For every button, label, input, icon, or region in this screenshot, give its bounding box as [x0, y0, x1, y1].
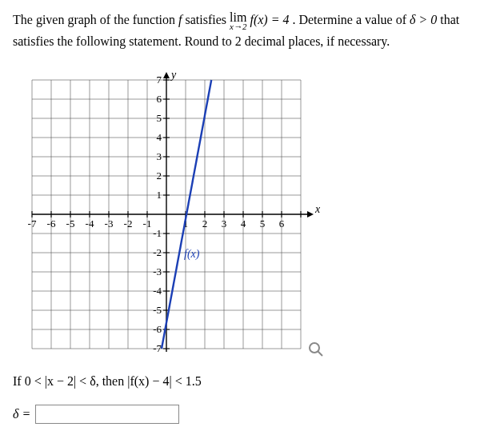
svg-text:2: 2 — [202, 218, 208, 229]
delta-input[interactable] — [35, 405, 179, 424]
svg-text:-7: -7 — [28, 218, 37, 229]
svg-marker-59 — [307, 211, 314, 218]
svg-text:2: 2 — [157, 170, 162, 182]
svg-text:-6: -6 — [153, 323, 162, 335]
magnify-icon[interactable] — [310, 343, 322, 356]
text: . Determine a value of — [292, 13, 410, 26]
svg-text:-4: -4 — [86, 218, 94, 229]
svg-text:-2: -2 — [124, 218, 133, 229]
svg-text:-1: -1 — [153, 227, 162, 239]
svg-text:1: 1 — [157, 189, 162, 201]
svg-text:-6: -6 — [47, 218, 56, 229]
lim-sub: x→2 — [230, 22, 246, 31]
y-axis-label: y — [170, 70, 177, 81]
statement-text: If 0 < |x − 2| < δ, then |f(x) − 4| < — [13, 374, 186, 388]
svg-marker-58 — [163, 72, 170, 78]
svg-text:-1: -1 — [143, 218, 152, 229]
svg-text:-2: -2 — [153, 246, 162, 258]
svg-text:5: 5 — [157, 112, 162, 124]
problem-statement: The given graph of the function f satisf… — [13, 10, 491, 51]
svg-line-88 — [318, 351, 322, 356]
svg-text:3: 3 — [157, 150, 162, 162]
delta-label: δ = — [13, 407, 30, 421]
svg-text:5: 5 — [260, 218, 266, 229]
svg-text:4: 4 — [241, 218, 246, 229]
delta-expr: δ > 0 — [410, 13, 437, 26]
svg-text:4: 4 — [157, 131, 162, 143]
svg-text:6: 6 — [157, 93, 162, 105]
answer-row: δ = — [13, 405, 491, 424]
lim-body: f(x) = 4 — [250, 13, 289, 26]
text: satisfies — [186, 13, 230, 26]
epsilon-value: 1.5 — [186, 374, 202, 388]
graph: x y -7 -6 -5 -4 -3 -2 -1 1 2 3 4 5 6 7 6… — [13, 70, 491, 358]
limit-expression: lim x→2 — [230, 11, 246, 31]
svg-text:-4: -4 — [153, 285, 162, 297]
svg-text:-3: -3 — [105, 218, 114, 229]
svg-text:-7: -7 — [153, 342, 162, 354]
text: The given graph of the function — [13, 13, 178, 26]
fn-symbol: f — [178, 13, 182, 26]
svg-text:-5: -5 — [153, 304, 162, 316]
chart-svg: x y -7 -6 -5 -4 -3 -2 -1 1 2 3 4 5 6 7 6… — [13, 70, 333, 358]
epsilon-delta-statement: If 0 < |x − 2| < δ, then |f(x) − 4| < 1.… — [13, 374, 491, 389]
svg-text:6: 6 — [279, 218, 285, 229]
svg-text:-3: -3 — [153, 265, 162, 277]
svg-text:3: 3 — [222, 218, 227, 229]
series-label: f(x) — [184, 248, 200, 261]
svg-text:-5: -5 — [66, 218, 75, 229]
x-axis-label: x — [314, 203, 321, 215]
svg-text:7: 7 — [157, 74, 162, 86]
